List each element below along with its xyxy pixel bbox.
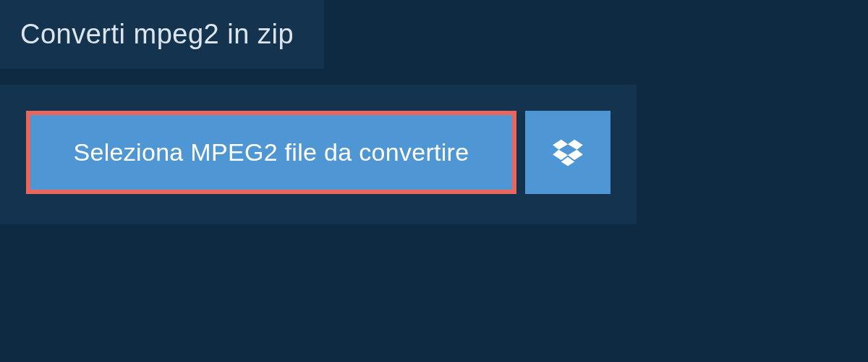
select-file-button[interactable]: Seleziona MPEG2 file da convertire — [26, 111, 516, 194]
file-select-panel: Seleziona MPEG2 file da convertire — [0, 85, 637, 224]
dropbox-button[interactable] — [525, 111, 610, 194]
header-tab: Converti mpeg2 in zip — [0, 0, 324, 69]
dropbox-icon — [553, 138, 583, 167]
select-file-label: Seleziona MPEG2 file da convertire — [74, 138, 469, 167]
page-title: Converti mpeg2 in zip — [20, 19, 294, 49]
